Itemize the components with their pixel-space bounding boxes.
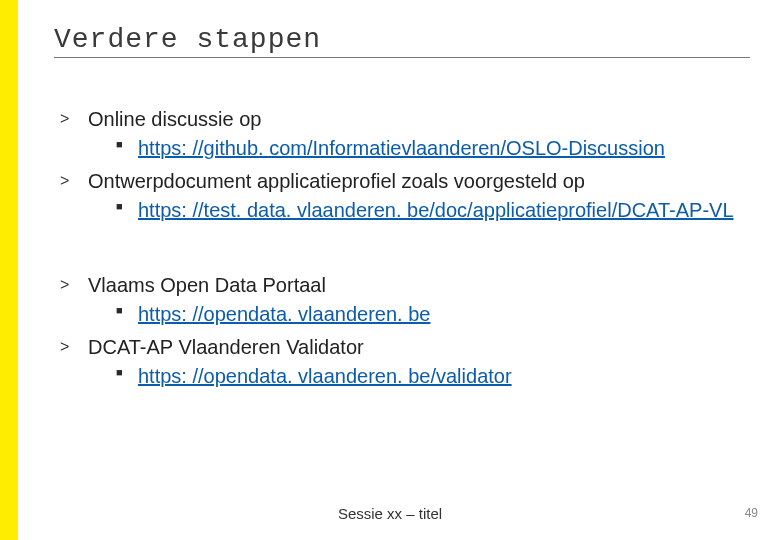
bullet-list: Vlaams Open Data Portaal https: //openda… [54, 272, 750, 390]
slide-number: 49 [745, 506, 758, 520]
title-underline [54, 57, 750, 58]
sub-list-item: https: //github. com/Informatievlaandere… [116, 135, 750, 162]
sub-list-item: https: //test. data. vlaanderen. be/doc/… [116, 197, 750, 224]
list-item-text: DCAT-AP Vlaanderen Validator [88, 336, 364, 358]
list-item: DCAT-AP Vlaanderen Validator https: //op… [60, 334, 750, 390]
link[interactable]: https: //github. com/Informatievlaandere… [138, 137, 665, 159]
slide-body: Verdere stappen Online discussie op http… [18, 0, 780, 540]
footer-session-label: Sessie xx – titel [0, 505, 780, 522]
list-item-text: Ontwerpdocument applicatieprofiel zoals … [88, 170, 585, 192]
sub-list-item: https: //opendata. vlaanderen. be/valida… [116, 363, 750, 390]
list-item-text: Online discussie op [88, 108, 261, 130]
slide-title: Verdere stappen [54, 24, 750, 55]
list-item: Vlaams Open Data Portaal https: //openda… [60, 272, 750, 328]
link[interactable]: https: //test. data. vlaanderen. be/doc/… [138, 199, 734, 221]
list-item: Online discussie op https: //github. com… [60, 106, 750, 162]
accent-bar [0, 0, 18, 540]
list-item: Ontwerpdocument applicatieprofiel zoals … [60, 168, 750, 224]
list-item-text: Vlaams Open Data Portaal [88, 274, 326, 296]
group-separator [54, 230, 750, 272]
sub-list-item: https: //opendata. vlaanderen. be [116, 301, 750, 328]
link[interactable]: https: //opendata. vlaanderen. be [138, 303, 430, 325]
link[interactable]: https: //opendata. vlaanderen. be/valida… [138, 365, 512, 387]
bullet-list: Online discussie op https: //github. com… [54, 106, 750, 224]
